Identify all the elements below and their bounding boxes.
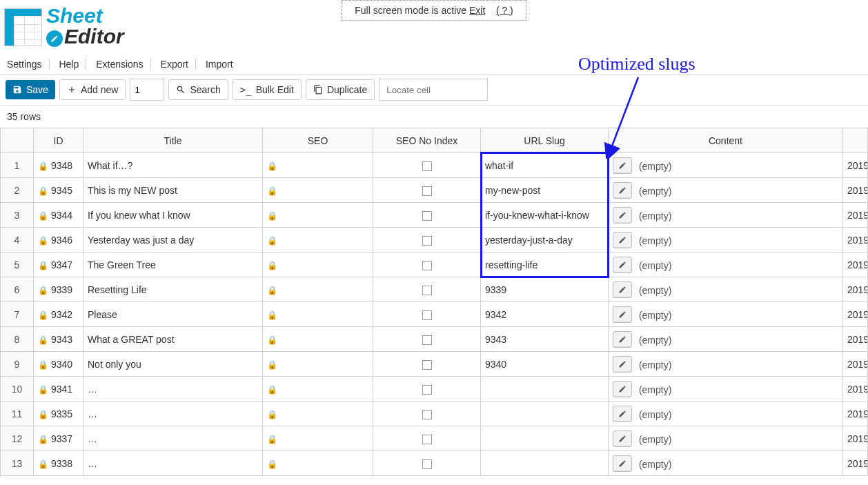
edit-content-button[interactable] <box>613 207 632 224</box>
cell-id[interactable]: 🔒9340 <box>34 352 83 377</box>
checkbox[interactable] <box>422 211 432 221</box>
cell-content[interactable]: (empty) <box>609 402 843 426</box>
row-number[interactable]: 6 <box>1 277 34 302</box>
cell-last[interactable]: 2019 <box>843 228 868 253</box>
cell-id[interactable]: 🔒9341 <box>34 377 83 402</box>
cell-slug[interactable]: 9339 <box>481 277 609 302</box>
row-number[interactable]: 2 <box>1 178 34 203</box>
cell-seo[interactable]: 🔒 <box>263 402 373 426</box>
cell-content[interactable]: (empty) <box>609 203 843 228</box>
menu-settings[interactable]: Settings <box>7 59 50 70</box>
cell-slug[interactable]: my-new-post <box>481 178 609 203</box>
cell-last[interactable]: 2019 <box>843 203 868 228</box>
checkbox[interactable] <box>422 236 432 246</box>
row-number[interactable]: 1 <box>1 153 34 178</box>
cell-last[interactable]: 2019 <box>843 352 868 377</box>
cell-title[interactable]: Yesterday was just a day <box>83 228 263 253</box>
checkbox[interactable] <box>422 459 432 469</box>
cell-slug[interactable] <box>481 451 609 476</box>
cell-noindex[interactable] <box>373 178 481 203</box>
checkbox[interactable] <box>422 161 432 171</box>
cell-title[interactable]: Please <box>83 302 263 327</box>
edit-content-button[interactable] <box>613 257 632 273</box>
checkbox[interactable] <box>422 286 432 295</box>
cell-content[interactable]: (empty) <box>609 178 843 203</box>
edit-content-button[interactable] <box>613 331 632 348</box>
cell-title[interactable]: What a GREAT post <box>83 327 263 352</box>
save-button[interactable]: Save <box>6 80 55 99</box>
cell-seo[interactable]: 🔒 <box>263 153 373 178</box>
cell-title[interactable]: The Green Tree <box>83 253 263 277</box>
cell-seo[interactable]: 🔒 <box>263 302 373 327</box>
cell-seo[interactable]: 🔒 <box>263 277 373 302</box>
row-number[interactable]: 8 <box>1 327 34 352</box>
cell-seo[interactable]: 🔒 <box>263 352 373 377</box>
cell-title[interactable]: This is my NEW post <box>83 178 263 203</box>
cell-seo[interactable]: 🔒 <box>263 228 373 253</box>
duplicate-button[interactable]: Duplicate <box>306 79 375 100</box>
cell-id[interactable]: 🔒9346 <box>34 228 83 253</box>
cell-title[interactable]: If you knew what I know <box>83 203 263 228</box>
add-new-button[interactable]: Add new <box>59 79 126 100</box>
bulk-edit-button[interactable]: >_ Bulk Edit <box>233 79 302 100</box>
cell-title[interactable]: Resetting Life <box>83 277 263 302</box>
cell-seo[interactable]: 🔒 <box>263 377 373 402</box>
cell-noindex[interactable] <box>373 153 481 178</box>
cell-seo[interactable]: 🔒 <box>263 253 373 277</box>
cell-seo[interactable]: 🔒 <box>263 327 373 352</box>
cell-title[interactable]: Not only you <box>83 352 263 377</box>
cell-content[interactable]: (empty) <box>609 352 843 377</box>
row-number[interactable]: 5 <box>1 253 34 277</box>
cell-slug[interactable]: 9343 <box>481 327 609 352</box>
cell-id[interactable]: 🔒9343 <box>34 327 83 352</box>
col-header-id[interactable]: ID <box>34 128 83 153</box>
checkbox[interactable] <box>422 335 432 345</box>
edit-content-button[interactable] <box>613 182 632 199</box>
cell-noindex[interactable] <box>373 426 481 451</box>
cell-last[interactable]: 2019 <box>843 402 868 426</box>
cell-content[interactable]: (empty) <box>609 153 843 178</box>
checkbox[interactable] <box>422 186 432 196</box>
menu-import[interactable]: Import <box>199 59 240 70</box>
checkbox[interactable] <box>422 360 432 370</box>
locate-cell-input[interactable] <box>379 79 488 101</box>
col-header-noindex[interactable]: SEO No Index <box>373 128 481 153</box>
cell-noindex[interactable] <box>373 277 481 302</box>
cell-content[interactable]: (empty) <box>609 253 843 277</box>
row-number[interactable]: 11 <box>1 402 34 426</box>
cell-noindex[interactable] <box>373 302 481 327</box>
col-header-slug[interactable]: URL Slug <box>481 128 609 153</box>
cell-slug[interactable] <box>481 377 609 402</box>
cell-last[interactable]: 2019 <box>843 426 868 451</box>
checkbox[interactable] <box>422 385 432 395</box>
fullscreen-help-link[interactable]: ( ? ) <box>496 5 513 16</box>
cell-content[interactable]: (empty) <box>609 302 843 327</box>
cell-id[interactable]: 🔒9337 <box>34 426 83 451</box>
checkbox[interactable] <box>422 261 432 270</box>
edit-content-button[interactable] <box>613 306 632 323</box>
cell-slug[interactable] <box>481 426 609 451</box>
cell-last[interactable]: 2019 <box>843 302 868 327</box>
cell-noindex[interactable] <box>373 253 481 277</box>
cell-slug[interactable]: 9342 <box>481 302 609 327</box>
cell-content[interactable]: (empty) <box>609 451 843 476</box>
checkbox[interactable] <box>422 410 432 419</box>
cell-noindex[interactable] <box>373 228 481 253</box>
cell-last[interactable]: 2019 <box>843 451 868 476</box>
edit-content-button[interactable] <box>613 281 632 298</box>
cell-slug[interactable] <box>481 402 609 426</box>
cell-slug[interactable]: 9340 <box>481 352 609 377</box>
cell-id[interactable]: 🔒9339 <box>34 277 83 302</box>
row-number[interactable]: 10 <box>1 377 34 402</box>
cell-title[interactable]: … <box>83 426 263 451</box>
edit-content-button[interactable] <box>613 356 632 373</box>
cell-id[interactable]: 🔒9348 <box>34 153 83 178</box>
cell-seo[interactable]: 🔒 <box>263 203 373 228</box>
cell-title[interactable]: … <box>83 377 263 402</box>
cell-noindex[interactable] <box>373 203 481 228</box>
col-header-last[interactable] <box>843 128 868 153</box>
row-number[interactable]: 9 <box>1 352 34 377</box>
row-number[interactable]: 3 <box>1 203 34 228</box>
cell-id[interactable]: 🔒9347 <box>34 253 83 277</box>
fullscreen-exit-link[interactable]: Exit <box>469 5 485 16</box>
